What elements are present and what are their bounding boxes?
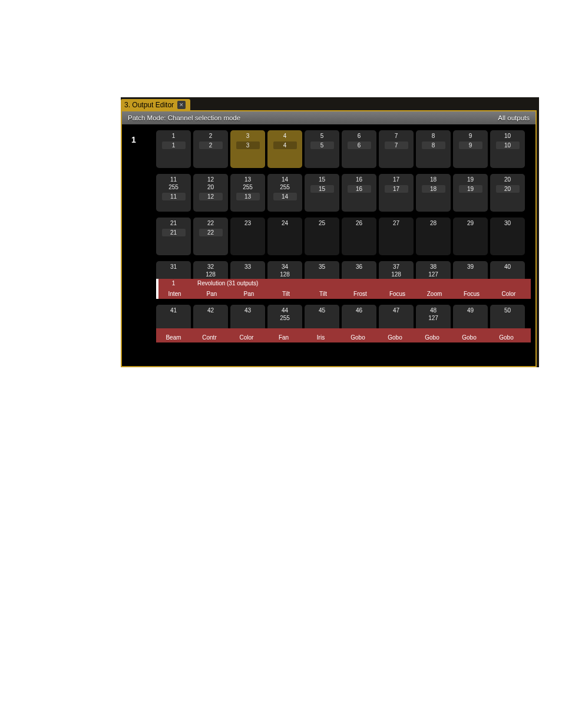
channel-cell[interactable]: 1919 [453,174,488,212]
channel-cell[interactable]: 1125511 [156,174,191,212]
channel-row: 1125511122012132551314255141515161617171… [156,174,531,212]
channel-value: 255 [280,183,290,191]
close-icon[interactable]: ✕ [177,101,186,109]
channel-number: 7 [395,132,398,140]
channel-value: 255 [168,183,178,191]
channel-number: 37 [393,263,399,271]
channel-row: 41424344255454647481274950BeamContrColor… [156,305,531,342]
channel-number: 13 [244,176,251,183]
channel-mini: 21 [162,229,186,236]
channel-cell[interactable]: 25 [305,218,339,255]
channel-value: 128 [280,271,290,278]
channel-number: 12 [207,176,214,183]
channel-cell[interactable]: 1425514 [267,174,302,212]
channel-cell[interactable]: 22 [193,130,228,168]
channel-cell[interactable]: 1515 [305,174,339,212]
output-editor-window: Patch Mode: Channel selection mode All o… [121,110,537,367]
channel-cell[interactable]: 30 [490,218,525,255]
channel-row: 313212833341283536371283812739401Revolut… [156,261,531,299]
channel-mini: 15 [310,185,334,193]
channel-cell[interactable]: 44 [267,130,302,168]
channel-mini: 9 [459,141,482,149]
channel-number: 9 [469,132,472,140]
channel-cell[interactable]: 29 [453,218,488,255]
channel-cell[interactable]: 1818 [416,174,451,212]
channel-mini: 7 [385,141,408,149]
channel-cell[interactable]: 23 [230,218,265,255]
fixture-param-label: Focus [379,279,416,299]
fixture-overlay: 1Revolution (31 outputs)IntenPanPanTiltT… [156,279,531,299]
patch-mode-label: Patch Mode: Channel selection mode [128,114,240,121]
tab-title: 3. Output Editor [124,101,174,109]
channel-cell[interactable]: 1616 [342,174,376,212]
channel-cell[interactable]: 122012 [193,174,228,212]
channel-cell[interactable]: 28 [416,218,451,255]
channel-mini: 13 [236,193,260,200]
fixture-param-label: Gobo [488,328,525,342]
channel-cell[interactable]: 24 [267,218,302,255]
fixture-overlay: BeamContrColorFanIrisGoboGoboGoboGoboGob… [156,328,531,342]
channel-number: 34 [282,263,288,271]
channel-row: 212122222324252627282930 [156,218,531,255]
channel-number: 32 [207,263,214,271]
fixture-param-label: Color [228,328,265,342]
channel-cell[interactable]: 1325513 [230,174,265,212]
channel-cell[interactable]: 1717 [379,174,414,212]
channel-number: 4 [283,132,287,140]
channel-number: 36 [356,263,362,271]
channel-value: 128 [391,271,401,278]
channel-value: 255 [280,314,290,322]
channel-mini: 17 [385,185,408,193]
channel-mini: 11 [162,193,186,200]
fixture-number: 1 [156,280,191,286]
channel-cell[interactable]: 11 [156,130,191,168]
fixture-param-label: Zoom [416,279,453,299]
channel-number: 29 [467,219,474,227]
channel-number: 15 [319,176,325,183]
channel-mini: 10 [496,141,520,149]
fixture-name: Revolution (31 outputs) [197,280,258,286]
channel-cell[interactable]: 55 [305,130,339,168]
channel-number: 27 [393,219,399,227]
channel-number: 20 [504,176,511,183]
channel-number: 42 [207,307,214,314]
channel-number: 35 [319,263,325,271]
channel-mini: 22 [199,229,223,236]
channel-cell[interactable]: 99 [453,130,488,168]
channel-cell[interactable]: 77 [379,130,414,168]
channel-number: 40 [504,263,511,271]
channel-cell[interactable]: 88 [416,130,451,168]
tab-output-editor[interactable]: 3. Output Editor ✕ [121,99,190,110]
fixture-param-label: Frost [342,279,379,299]
channel-cell[interactable]: 26 [342,218,376,255]
fixture-param-label: Gobo [376,328,414,342]
channel-number: 21 [170,219,177,227]
channel-number: 11 [170,176,177,183]
channel-number: 44 [282,307,288,314]
fixture-param-label: Beam [156,328,191,342]
channel-cell[interactable]: 2121 [156,218,191,255]
channel-cell[interactable]: 1010 [490,130,525,168]
channel-cell[interactable]: 33 [230,130,265,168]
channel-number: 16 [356,176,362,183]
channel-mini: 5 [310,141,334,149]
channel-number: 2 [209,132,213,140]
channel-number: 28 [430,219,437,227]
channel-mini: 14 [273,193,297,200]
channel-cell[interactable]: 27 [379,218,414,255]
fixture-param-label: Focus [453,279,490,299]
channel-cell[interactable]: 2020 [490,174,525,212]
channel-mini: 1 [162,141,186,149]
channel-number: 38 [430,263,437,271]
channel-cell[interactable]: 2222 [193,218,228,255]
channel-cell[interactable]: 66 [342,130,376,168]
channel-number: 46 [356,307,362,314]
channel-number: 31 [170,263,177,271]
fixture-param-label: Tilt [305,279,342,299]
channel-value: 128 [206,271,216,278]
all-outputs-label[interactable]: All outputs [498,114,530,121]
fixture-param-label: Gobo [451,328,488,342]
channel-number: 14 [282,176,288,183]
channel-mini: 6 [348,141,371,149]
fixture-param-label: Tilt [267,279,305,299]
